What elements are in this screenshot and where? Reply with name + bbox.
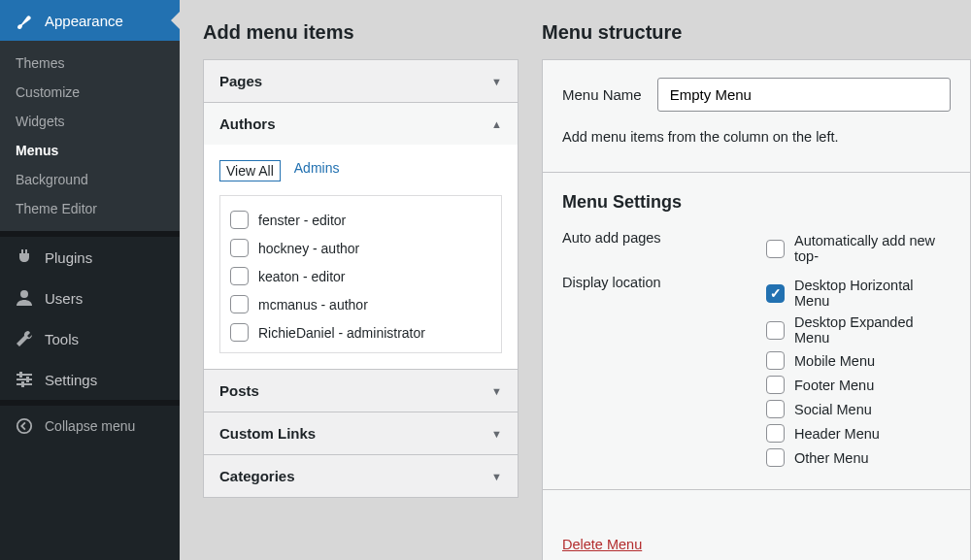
auto-add-label: Auto add pages bbox=[562, 230, 766, 267]
menu-name-input[interactable] bbox=[657, 78, 951, 112]
auto-add-checkbox[interactable] bbox=[766, 240, 785, 258]
accordion-custom-links[interactable]: Custom Links ▼ bbox=[204, 412, 518, 454]
add-menu-items-title: Add menu items bbox=[203, 21, 519, 44]
delete-menu-link[interactable]: Delete Menu bbox=[562, 537, 642, 552]
author-item[interactable]: keaton - editor bbox=[230, 262, 491, 290]
tab-view-all[interactable]: View All bbox=[219, 160, 281, 181]
location-checkbox[interactable] bbox=[766, 424, 785, 443]
location-option[interactable]: Desktop Horizontal Menu bbox=[766, 275, 951, 312]
submenu-theme-editor[interactable]: Theme Editor bbox=[0, 194, 180, 223]
submenu-themes[interactable]: Themes bbox=[0, 49, 180, 78]
submenu-customize[interactable]: Customize bbox=[0, 78, 180, 107]
sidebar-item-label: Settings bbox=[45, 372, 97, 388]
chevron-down-icon: ▼ bbox=[491, 471, 502, 482]
svg-rect-2 bbox=[17, 379, 32, 380]
sidebar-item-tools[interactable]: Tools bbox=[0, 318, 180, 359]
auto-add-option[interactable]: Automatically add new top- bbox=[766, 230, 951, 267]
sliders-icon bbox=[14, 369, 35, 390]
author-item[interactable]: hockney - author bbox=[230, 234, 491, 262]
chevron-down-icon: ▼ bbox=[491, 428, 502, 440]
accordion-pages[interactable]: Pages ▼ bbox=[204, 60, 518, 102]
accordion-authors[interactable]: Authors ▲ bbox=[204, 103, 518, 145]
sidebar-item-label: Tools bbox=[45, 331, 79, 347]
brush-icon bbox=[14, 10, 35, 31]
author-item[interactable]: mcmanus - author bbox=[230, 290, 491, 318]
chevron-up-icon: ▲ bbox=[491, 118, 502, 130]
collapse-label: Collapse menu bbox=[45, 418, 135, 434]
chevron-down-icon: ▼ bbox=[491, 385, 502, 397]
menu-structure-title: Menu structure bbox=[542, 21, 971, 44]
authors-panel: View All Admins fenster - editor hockney… bbox=[204, 145, 518, 369]
divider bbox=[543, 489, 970, 490]
author-checkbox[interactable] bbox=[230, 323, 249, 342]
sidebar-item-label: Plugins bbox=[45, 249, 92, 266]
menu-instructions: Add menu items from the column on the le… bbox=[562, 129, 951, 145]
location-checkbox[interactable] bbox=[766, 351, 785, 370]
sidebar-item-appearance[interactable]: Appearance bbox=[0, 0, 180, 41]
appearance-submenu: Themes Customize Widgets Menus Backgroun… bbox=[0, 41, 180, 231]
svg-rect-6 bbox=[21, 381, 24, 387]
submenu-widgets[interactable]: Widgets bbox=[0, 107, 180, 136]
author-list: fenster - editor hockney - author keaton… bbox=[219, 195, 502, 353]
menu-items-accordion: Pages ▼ Authors ▲ View All Admins bbox=[203, 59, 519, 498]
menu-structure-box: Menu Name Add menu items from the column… bbox=[542, 59, 971, 560]
plug-icon bbox=[14, 247, 35, 268]
accordion-posts[interactable]: Posts ▼ bbox=[204, 370, 518, 412]
location-checkbox[interactable] bbox=[766, 284, 785, 303]
svg-point-0 bbox=[20, 290, 28, 298]
location-option[interactable]: Desktop Expanded Menu bbox=[766, 312, 951, 348]
tab-admins[interactable]: Admins bbox=[294, 160, 340, 181]
location-option[interactable]: Other Menu bbox=[766, 445, 951, 470]
author-checkbox[interactable] bbox=[230, 267, 249, 285]
menu-name-label: Menu Name bbox=[562, 86, 642, 103]
sidebar-item-label: Users bbox=[45, 290, 83, 307]
wrench-icon bbox=[14, 328, 35, 349]
location-option[interactable]: Footer Menu bbox=[766, 373, 951, 397]
location-option[interactable]: Social Menu bbox=[766, 397, 951, 421]
author-checkbox[interactable] bbox=[230, 239, 249, 257]
accordion-categories[interactable]: Categories ▼ bbox=[204, 455, 518, 497]
location-option[interactable]: Header Menu bbox=[766, 421, 951, 445]
author-checkbox[interactable] bbox=[230, 295, 249, 313]
collapse-menu-button[interactable]: Collapse menu bbox=[0, 406, 180, 446]
location-checkbox[interactable] bbox=[766, 400, 785, 418]
submenu-background[interactable]: Background bbox=[0, 165, 180, 194]
location-option[interactable]: Mobile Menu bbox=[766, 348, 951, 373]
location-checkbox[interactable] bbox=[766, 448, 785, 467]
sidebar-item-label: Appearance bbox=[45, 13, 123, 29]
chevron-down-icon: ▼ bbox=[491, 76, 502, 87]
author-checkbox[interactable] bbox=[230, 211, 249, 229]
sidebar-item-settings[interactable]: Settings bbox=[0, 359, 180, 400]
display-location-label: Display location bbox=[562, 275, 766, 470]
menu-settings-heading: Menu Settings bbox=[562, 192, 951, 213]
author-item[interactable]: RichieDaniel - administrator bbox=[230, 318, 491, 346]
location-checkbox[interactable] bbox=[766, 321, 785, 340]
author-item[interactable]: fenster - editor bbox=[230, 206, 491, 234]
collapse-icon bbox=[14, 415, 35, 437]
user-icon bbox=[14, 287, 35, 309]
svg-rect-1 bbox=[17, 374, 32, 376]
svg-point-7 bbox=[17, 419, 31, 433]
sidebar-item-users[interactable]: Users bbox=[0, 278, 180, 318]
submenu-menus[interactable]: Menus bbox=[0, 136, 180, 165]
svg-rect-4 bbox=[19, 372, 22, 378]
divider bbox=[543, 172, 970, 173]
location-checkbox[interactable] bbox=[766, 376, 785, 394]
sidebar-item-plugins[interactable]: Plugins bbox=[0, 237, 180, 278]
admin-sidebar: Appearance Themes Customize Widgets Menu… bbox=[0, 0, 180, 560]
svg-rect-5 bbox=[26, 377, 29, 382]
